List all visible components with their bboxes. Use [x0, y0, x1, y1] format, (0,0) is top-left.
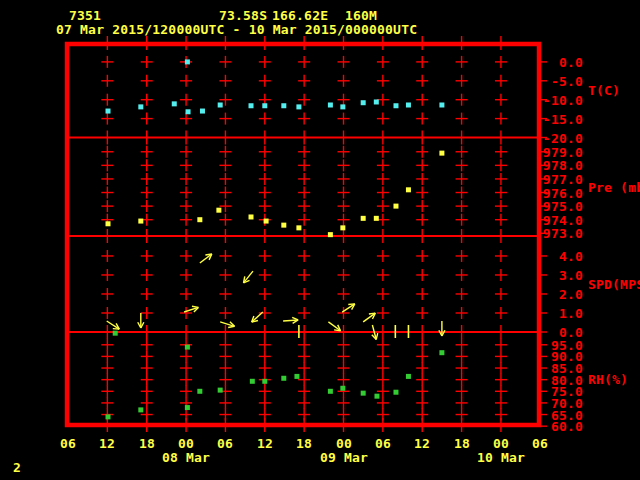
temperature-point — [249, 103, 254, 108]
x-axis-hour-label: 12 — [95, 437, 119, 450]
wind-arrow-head — [376, 333, 377, 339]
pressure-point — [281, 223, 286, 228]
temperature-point — [262, 103, 267, 108]
y-axis-tick-label: 2.0 — [559, 288, 583, 301]
temperature-point — [374, 99, 379, 104]
x-axis-hour-label: 00 — [489, 437, 513, 450]
x-axis-hour-label: 12 — [253, 437, 277, 450]
pressure-point — [138, 219, 143, 224]
panel-axis-label-wind_speed: SPD(MPS) — [588, 278, 640, 291]
wind-arrow-head — [228, 326, 234, 327]
wind-arrow-head — [113, 329, 119, 330]
pressure-point — [296, 225, 301, 230]
humidity-point — [281, 376, 286, 381]
humidity-point — [439, 350, 444, 355]
y-axis-tick-label: -20.0 — [543, 132, 583, 145]
page-number: 2 — [13, 461, 21, 474]
temperature-point — [281, 103, 286, 108]
pressure-point — [328, 232, 333, 237]
humidity-point — [374, 394, 379, 399]
temperature-point — [106, 109, 111, 114]
panel-axis-label-pressure: Pre (mb) — [588, 181, 640, 194]
x-axis-hour-label: 06 — [528, 437, 552, 450]
temperature-point — [406, 102, 411, 107]
pressure-point — [216, 208, 221, 213]
temperature-point — [218, 102, 223, 107]
y-axis-tick-label: -10.0 — [543, 94, 583, 107]
y-axis-tick-label: -15.0 — [543, 113, 583, 126]
x-axis-hour-label: 18 — [450, 437, 474, 450]
humidity-point — [185, 405, 190, 410]
humidity-point — [294, 374, 299, 379]
y-axis-tick-label: 1.0 — [559, 307, 583, 320]
humidity-point — [393, 390, 398, 395]
x-axis-hour-label: 06 — [56, 437, 80, 450]
humidity-point — [406, 374, 411, 379]
temperature-point — [185, 59, 190, 64]
y-axis-tick-label: 975.0 — [543, 200, 583, 213]
humidity-point — [328, 389, 333, 394]
x-axis-hour-label: 18 — [292, 437, 316, 450]
pressure-point — [439, 151, 444, 156]
wind-arrow-head — [192, 306, 198, 307]
temperature-point — [328, 102, 333, 107]
temperature-point — [200, 109, 205, 114]
y-axis-tick-label: -5.0 — [551, 75, 583, 88]
temperature-point — [186, 109, 191, 114]
y-axis-tick-label: 978.0 — [543, 159, 583, 172]
x-axis-hour-label: 00 — [174, 437, 198, 450]
x-axis-hour-label: 12 — [410, 437, 434, 450]
x-axis-hour-label: 00 — [332, 437, 356, 450]
humidity-point — [361, 391, 366, 396]
pressure-point — [197, 217, 202, 222]
x-axis-hour-label: 06 — [371, 437, 395, 450]
humidity-point — [218, 388, 223, 393]
humidity-point — [113, 331, 118, 336]
temperature-point — [296, 104, 301, 109]
x-axis-hour-label: 18 — [135, 437, 159, 450]
humidity-point — [185, 345, 190, 350]
humidity-point — [106, 414, 111, 419]
pressure-point — [106, 221, 111, 226]
temperature-point — [393, 103, 398, 108]
pressure-point — [406, 187, 411, 192]
humidity-point — [262, 379, 267, 384]
x-axis-hour-label: 06 — [213, 437, 237, 450]
x-axis-date-label: 08 Mar — [158, 451, 214, 464]
y-axis-tick-label: 977.0 — [543, 173, 583, 186]
pressure-point — [374, 216, 379, 221]
temperature-point — [340, 104, 345, 109]
humidity-point — [340, 386, 345, 391]
humidity-point — [197, 389, 202, 394]
temperature-point — [172, 101, 177, 106]
temperature-point — [361, 100, 366, 105]
x-axis-date-label: 09 Mar — [316, 451, 372, 464]
y-axis-tick-label: 0.0 — [559, 56, 583, 69]
pressure-point — [249, 214, 254, 219]
y-axis-tick-label: 3.0 — [559, 269, 583, 282]
temperature-point — [138, 104, 143, 109]
y-axis-tick-label: 60.0 — [551, 420, 583, 433]
panel-axis-label-humidity: RH(%) — [588, 373, 628, 386]
humidity-point — [138, 407, 143, 412]
pressure-point — [264, 219, 269, 224]
panel-axis-label-temperature: T(C) — [588, 84, 620, 97]
y-axis-tick-label: 4.0 — [559, 250, 583, 263]
humidity-point — [250, 379, 255, 384]
pressure-point — [361, 216, 366, 221]
pressure-point — [393, 204, 398, 209]
pressure-point — [340, 225, 345, 230]
temperature-point — [439, 102, 444, 107]
meteogram-screen: 7351 73.58S 166.62E 160M 07 Mar 2015/120… — [0, 0, 640, 480]
wind-arrow-head — [334, 330, 340, 331]
y-axis-tick-label: 973.0 — [543, 227, 583, 240]
x-axis-date-label: 10 Mar — [473, 451, 529, 464]
